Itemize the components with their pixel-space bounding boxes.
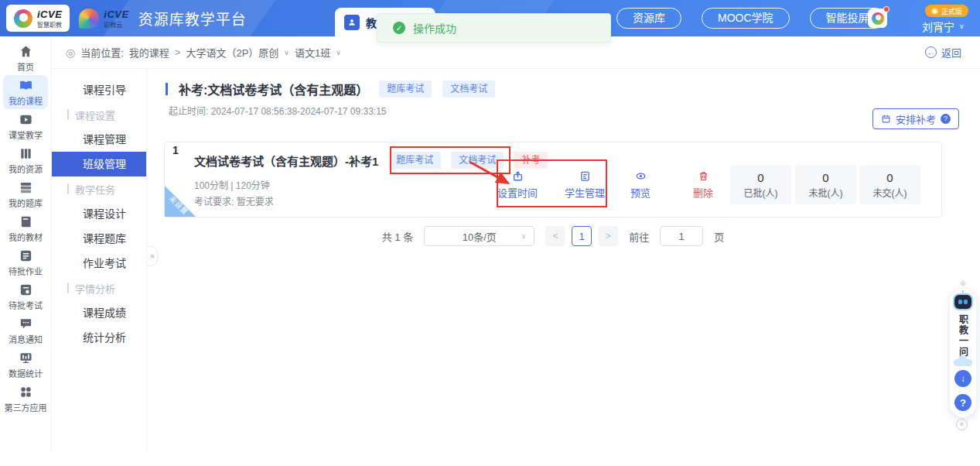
location-icon: ◎ — [66, 46, 75, 59]
chevron-down-icon[interactable]: ∨ — [284, 49, 289, 57]
breadcrumb-course-dropdown[interactable]: 大学语文（2P）原创 — [186, 45, 278, 60]
icve-cloud-logo-text: iCVE 职教云 — [104, 9, 128, 29]
submenu-item-course-question-bank[interactable]: 课程题库 — [52, 226, 146, 251]
sidebar-item-label: 我的题库 — [9, 197, 43, 209]
assistant-vertical-label: 职教一问 — [957, 314, 970, 358]
main-content: 补考:文档试卷考试（含有主观题） 题库考试 文档考试 起止时间: 2024-07… — [147, 69, 980, 466]
open-book-icon — [19, 78, 33, 93]
prev-page-button[interactable]: < — [545, 226, 565, 246]
icve-zhihuizhijiao-logo[interactable]: iCVE 智慧职教 — [6, 5, 70, 32]
nav-mooc-academy-button[interactable]: MOOC学院 — [702, 8, 790, 29]
help-icon[interactable]: ? — [954, 394, 971, 411]
icve-zhijiaoyun-logo[interactable]: iCVE 职教云 — [79, 9, 128, 29]
submenu-item-course-guide[interactable]: 课程引导 — [52, 77, 146, 102]
sidebar-item-label: 首页 — [17, 60, 34, 73]
chevron-down-icon: ∨ — [959, 22, 965, 30]
logo-area: iCVE 智慧职教 iCVE 职教云 资源库教学平台 — [6, 5, 247, 32]
sidebar-item-label: 课堂教学 — [9, 128, 43, 141]
breadcrumb-my-courses[interactable]: 我的课程 — [129, 45, 169, 60]
stat-graded: 0 已批(人) — [730, 165, 791, 204]
page-size-value: 10条/页 — [463, 229, 497, 244]
arrange-makeup-exam-button[interactable]: 安排补考 ? — [872, 108, 959, 129]
sidebar-item-label: 数据统计 — [9, 367, 43, 379]
action-delete[interactable]: 删除 — [680, 170, 726, 200]
submenu-item-course-grades[interactable]: 课程成绩 — [52, 300, 146, 325]
sidebar-item-notifications[interactable]: 消息通知 — [0, 314, 51, 348]
section-bar — [67, 283, 69, 293]
nav-resource-library-button[interactable]: 资源库 — [616, 8, 681, 29]
download-icon[interactable]: ↓ — [954, 370, 971, 387]
submenu-item-course-design[interactable]: 课程设计 — [52, 201, 146, 226]
sidebar-item-home[interactable]: 首页 — [0, 41, 51, 75]
submenu-item-class-management[interactable]: 班级管理 — [52, 152, 146, 176]
toast-message: 操作成功 — [413, 20, 456, 36]
current-page-button[interactable]: 1 — [572, 226, 592, 246]
sidebar-item-my-resources[interactable]: 我的资源 — [0, 143, 51, 177]
widget-close-icon[interactable]: × — [956, 419, 968, 430]
submenu-collapse-button[interactable]: « — [147, 246, 158, 266]
trash-icon — [698, 170, 709, 182]
page-size-select[interactable]: 10条/页 ∨ — [424, 226, 534, 246]
exam-requirement: 考试要求: 暂无要求 — [194, 194, 274, 207]
robot-assistant-icon — [953, 293, 973, 310]
sidebar-item-my-courses[interactable]: 我的课程 — [3, 75, 48, 109]
cloud-icon — [954, 359, 972, 366]
icve-swirl-logo-icon — [14, 9, 32, 28]
apps-grid-icon — [19, 385, 33, 399]
books-icon — [19, 146, 33, 161]
stat-label: 已批(人) — [744, 186, 778, 199]
stat-value: 0 — [822, 171, 828, 184]
robot-eye — [964, 300, 968, 304]
chart-board-icon — [19, 351, 33, 365]
submenu-section-course-settings: 课程设置 — [52, 102, 146, 127]
back-button[interactable]: ← 返回 — [925, 45, 961, 60]
robot-eye — [958, 300, 962, 304]
help-icon[interactable]: ? — [941, 114, 951, 124]
exam-card-index: 1 — [172, 144, 179, 156]
user-avatar[interactable] — [868, 9, 887, 28]
breadcrumb-class-dropdown[interactable]: 语文1班 — [295, 45, 330, 60]
version-badge: 正式版 — [925, 5, 968, 17]
layers-icon — [19, 180, 33, 195]
sidebar-item-pending-exams[interactable]: 待批考试 — [0, 279, 51, 314]
submenu-item-homework-exam[interactable]: 作业考试 — [52, 251, 146, 276]
exam-time-range: 起止时间: 2024-07-17 08:56:38-2024-07-17 09:… — [169, 104, 387, 117]
teacher-icon — [344, 15, 360, 30]
action-preview[interactable]: 预览 — [617, 170, 664, 200]
icve-logo-text: iCVE 智慧职教 — [37, 9, 62, 29]
submenu-item-statistical-analysis[interactable]: 统计分析 — [52, 325, 146, 350]
version-badge-label: 正式版 — [941, 6, 962, 16]
sidebar-item-label: 第三方应用 — [5, 401, 47, 413]
sidebar-item-pending-homework[interactable]: 待批作业 — [0, 245, 51, 279]
logo2-brand: iCVE — [104, 9, 128, 20]
exam-sheet-icon — [19, 283, 33, 297]
section-label: 课程设置 — [75, 108, 115, 122]
section-label: 教学任务 — [75, 182, 115, 197]
calendar-icon — [881, 114, 891, 124]
sidebar-item-classroom-teaching[interactable]: 课堂教学 — [0, 109, 51, 143]
sidebar-item-data-statistics[interactable]: 数据统计 — [0, 348, 51, 382]
next-page-button[interactable]: > — [598, 226, 618, 246]
user-menu[interactable]: 刘宵宁 ∨ — [922, 19, 965, 34]
sidebar-item-third-party-apps[interactable]: 第三方应用 — [0, 382, 51, 416]
logo1-sub: 智慧职教 — [37, 20, 62, 29]
submenu-item-course-management[interactable]: 课程管理 — [52, 127, 146, 152]
assistant-widget[interactable]: 职教一问 ↓ ? — [950, 289, 976, 417]
chevron-down-icon: ∨ — [521, 232, 527, 240]
logo2-sub: 职教云 — [104, 20, 128, 29]
header-nav: 资源库 MOOC学院 智能投屏 — [616, 8, 886, 29]
medal-icon — [931, 8, 938, 15]
sidebar-item-label: 消息通知 — [9, 333, 43, 345]
success-check-icon: ✓ — [393, 22, 405, 34]
action-label: 删除 — [693, 185, 713, 200]
goto-page-input[interactable] — [660, 226, 703, 246]
section-bar — [67, 183, 69, 194]
page-unit-label: 页 — [714, 229, 724, 244]
sidebar-item-label: 待批作业 — [9, 265, 43, 277]
eye-icon — [635, 170, 647, 182]
chevron-down-icon[interactable]: ∨ — [336, 49, 341, 57]
stat-unsubmitted: 0 未交(人) — [859, 165, 920, 204]
task-list-icon — [19, 248, 33, 263]
sidebar-item-my-textbooks[interactable]: 我的教材 — [0, 211, 51, 245]
sidebar-item-my-question-bank[interactable]: 我的题库 — [0, 177, 51, 211]
